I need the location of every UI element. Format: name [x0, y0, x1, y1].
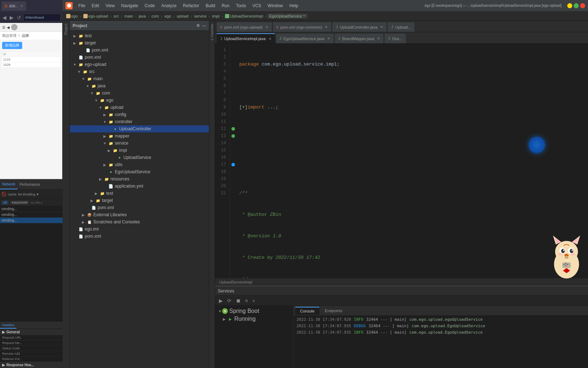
- tab-pom-common[interactable]: x pom.xml (ego-common) ✕: [273, 22, 332, 32]
- tree-item-extlibs[interactable]: ▶ 📦 External Libraries: [70, 211, 209, 218]
- menu-code[interactable]: Code: [142, 2, 158, 9]
- console-tab[interactable]: Console: [295, 307, 319, 315]
- tree-item-upload[interactable]: ▼ 📁 upload: [70, 104, 209, 111]
- project-label[interactable]: Project: [63, 22, 69, 36]
- tree-item-test[interactable]: ▶ 📁 test: [70, 32, 209, 39]
- menu-view[interactable]: View: [103, 2, 118, 9]
- tree-item-ego2[interactable]: ▼ 📁 ego: [70, 97, 209, 104]
- breadcrumb-java[interactable]: java: [137, 14, 147, 19]
- tree-item-target[interactable]: ▶ 📁 target: [70, 39, 209, 47]
- tree-item-utils[interactable]: ▶ 📁 utils: [70, 161, 209, 168]
- menu-help[interactable]: Help: [286, 2, 301, 9]
- running-item[interactable]: ▶ ▶ Running: [215, 315, 293, 323]
- network-item[interactable]: cending...: [0, 206, 63, 212]
- tree-item-egoiml[interactable]: 📄 ego.iml: [70, 226, 209, 233]
- refresh-btn[interactable]: ⟳: [226, 297, 232, 304]
- tree-item-resources[interactable]: ▶ 📁 resources: [70, 175, 209, 183]
- tree-item-pom2[interactable]: 📄 pom.xml: [70, 54, 209, 61]
- headers-tab[interactable]: Headers: [0, 322, 16, 329]
- breadcrumb-upload[interactable]: upload: [175, 14, 190, 19]
- menu-run[interactable]: Run: [219, 2, 232, 9]
- tree-item-scratches[interactable]: ▶ 📋 Scratches and Consoles: [70, 218, 209, 226]
- tree-item-uploadservice[interactable]: ● UploadService: [70, 154, 209, 161]
- tab-uploadcontroller[interactable]: J UploadController.java ✕: [332, 22, 387, 32]
- tree-item-mapper[interactable]: ▶ 📁 mapper: [70, 132, 209, 140]
- run-btn[interactable]: ▶: [218, 297, 224, 304]
- general-section[interactable]: ▶ General: [0, 329, 63, 335]
- tree-item-pom3[interactable]: 📄 pom.xml: [70, 204, 209, 211]
- breadcrumb-file[interactable]: J UploadServiceImpl: [224, 14, 264, 19]
- breadcrumb-ego[interactable]: e ego: [65, 14, 79, 19]
- tab-close-icon[interactable]: ✕: [265, 25, 268, 29]
- tree-item-src[interactable]: ▼ 📁 src: [70, 68, 209, 75]
- breadcrumb-main[interactable]: main: [123, 14, 134, 19]
- network-item-selected[interactable]: cending...: [0, 218, 63, 223]
- menu-build[interactable]: Build: [203, 2, 218, 9]
- menu-vcs[interactable]: VCS: [250, 2, 264, 9]
- tree-item-service[interactable]: ▼ 📁 service: [70, 140, 209, 147]
- tab-close-icon[interactable]: ✕: [20, 4, 23, 8]
- menu-window[interactable]: Window: [265, 2, 286, 9]
- add-btn[interactable]: +: [251, 297, 256, 304]
- tree-item-impl[interactable]: ▶ 📁 impl: [70, 147, 209, 154]
- breadcrumb-src[interactable]: src: [112, 14, 121, 19]
- close-button[interactable]: [580, 3, 585, 8]
- breadcrumb-impl[interactable]: impl: [211, 14, 221, 19]
- filter-all-btn[interactable]: All: [1, 200, 9, 205]
- minimize-button[interactable]: [567, 3, 572, 8]
- tab-upload-more[interactable]: J Upload...: [387, 22, 415, 32]
- breadcrumb-com[interactable]: com: [150, 14, 160, 19]
- tree-item-controller[interactable]: ▼ 📁 controller: [70, 118, 209, 125]
- filter-fetch-btn[interactable]: Fetch/XHR: [10, 200, 29, 205]
- tree-item-pom1[interactable]: 📄 pom.xml: [70, 47, 209, 54]
- tree-item-appyml[interactable]: 📄 application.yml: [70, 183, 209, 190]
- tree-item-target2[interactable]: ▶ 📁 target: [70, 197, 209, 204]
- tab-close-icon[interactable]: ✕: [327, 37, 330, 40]
- tab-brandmapper[interactable]: J BrandMapper.java ✕: [334, 33, 384, 43]
- structure-label[interactable]: 2: Favorites: [210, 22, 215, 42]
- browser-tab-taobao[interactable]: 易 易购... ✕: [1, 1, 26, 11]
- response-headers-section[interactable]: ▶ Response Hea...: [0, 362, 63, 368]
- tab-uploadserviceimpl[interactable]: J UploadServiceImpl.java ✕: [216, 33, 275, 43]
- tree-item-test2[interactable]: ▶ 📁 test: [70, 190, 209, 197]
- tree-item-config[interactable]: ▶ 📁 config: [70, 111, 209, 118]
- menu-edit[interactable]: Edit: [89, 2, 102, 9]
- stop-btn[interactable]: ⏹: [235, 297, 242, 304]
- maximize-button[interactable]: [574, 3, 579, 8]
- tree-item-pom4[interactable]: 📄 pom.xml: [70, 233, 209, 240]
- menu-navigate[interactable]: Navigate: [118, 2, 141, 9]
- network-item[interactable]: cending...: [0, 212, 63, 218]
- breadcrumb-service[interactable]: service: [193, 14, 208, 19]
- menu-analyze[interactable]: Analyze: [158, 2, 180, 9]
- tab-pom-upload[interactable]: x pom.xml (ego-upload) ✕: [216, 22, 272, 32]
- tree-item-com[interactable]: ▼ 📁 com: [70, 89, 209, 97]
- tab-close-icon[interactable]: ✕: [269, 37, 271, 41]
- refresh-button[interactable]: ↺: [16, 14, 22, 21]
- menu-file[interactable]: File: [75, 2, 88, 9]
- back-button[interactable]: ◀: [1, 14, 8, 21]
- breadcrumb-ego-upload[interactable]: u ego-upload: [82, 14, 109, 19]
- breadcrumb-ego2[interactable]: ego: [163, 14, 172, 19]
- hamburger-icon[interactable]: ☰: [2, 25, 5, 29]
- throttle-dropdown[interactable]: No throttling ▼: [18, 193, 39, 196]
- springboot-item[interactable]: ▼ S Spring Boot: [215, 307, 293, 315]
- tab-egouploadservice[interactable]: J EgoUploadService.java ✕: [276, 33, 334, 43]
- tab-oss-more[interactable]: J Oss...: [384, 33, 406, 43]
- tab-performance[interactable]: Performance: [18, 180, 42, 189]
- tab-network[interactable]: Network: [0, 180, 18, 189]
- tree-item-main[interactable]: ▼ 📁 main: [70, 75, 209, 82]
- menu-refactor[interactable]: Refactor: [180, 2, 202, 9]
- forward-button[interactable]: ▶: [9, 14, 15, 21]
- structure-dropdown[interactable]: EgoUploadService ▼: [267, 14, 308, 19]
- tree-item-egouploadservice[interactable]: ● EgoUploadService: [70, 168, 209, 175]
- project-toolbar-btn[interactable]: ⚙: [196, 23, 200, 28]
- tree-item-uploadcontroller[interactable]: ● UploadController: [70, 125, 209, 132]
- tab-close-icon[interactable]: ✕: [380, 25, 383, 29]
- project-toolbar-btn2[interactable]: —: [202, 23, 206, 28]
- code-content[interactable]: package com.ego.upload.service.impl; [+]…: [236, 44, 588, 278]
- tab-close-icon[interactable]: ✕: [377, 37, 380, 40]
- tab-close-icon[interactable]: ✕: [325, 25, 328, 29]
- clear-icon[interactable]: 🚫: [1, 192, 6, 197]
- menu-tools[interactable]: Tools: [233, 2, 249, 9]
- code-editor[interactable]: 1 2 3 4 5 6 7 8 9 10 11 12 13 14: [215, 44, 588, 278]
